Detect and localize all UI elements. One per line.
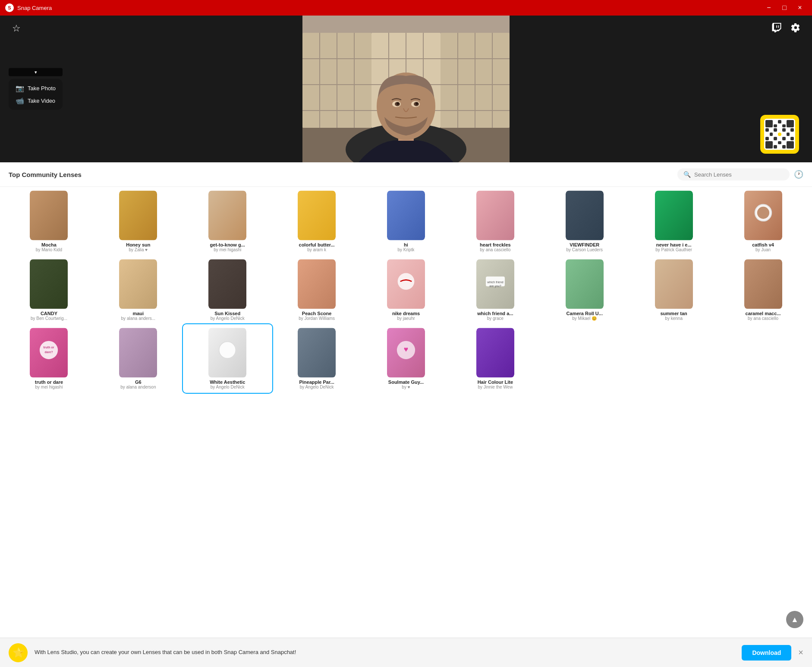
lens-author: by ana casciello xyxy=(748,316,778,321)
svg-rect-47 xyxy=(298,259,336,309)
lens-name: caramel macc... xyxy=(746,311,781,316)
lens-item[interactable]: get-to-know g... by mei higashi xyxy=(183,187,272,256)
lens-item[interactable]: Honey sun by Zalia ♥ xyxy=(94,187,183,256)
lens-author: by Ben Courtwrig... xyxy=(31,316,67,321)
lens-name: G6 xyxy=(135,379,142,385)
lens-thumbnail xyxy=(208,259,246,309)
settings-button[interactable] xyxy=(788,21,803,36)
lenses-title: Top Community Lenses xyxy=(9,171,82,178)
search-input[interactable] xyxy=(694,171,784,178)
lenses-grid: Mocha by Mario Kidd Honey sun by Zalia ♥ xyxy=(0,187,812,393)
svg-rect-46 xyxy=(208,259,246,309)
lens-thumbnail: truth ordare? xyxy=(30,328,68,378)
twitch-button[interactable] xyxy=(769,21,784,36)
svg-rect-64 xyxy=(298,328,336,377)
lens-thumbnail xyxy=(387,190,425,240)
lens-item[interactable]: ♥ Soulmate Guy... by ♥ xyxy=(362,324,451,393)
top-right-icons xyxy=(769,21,803,36)
lens-thumbnail xyxy=(387,259,425,309)
lens-item[interactable]: hi by Kriptk xyxy=(362,187,451,256)
lens-item[interactable]: truth ordare? truth or dare by mei higas… xyxy=(4,324,94,393)
lens-author: by Jordan Williams xyxy=(299,316,335,321)
lens-thumbnail xyxy=(119,328,157,378)
lens-author: by Carson Lueders xyxy=(567,247,603,252)
banner-text: With Lens Studio, you can create your ow… xyxy=(35,648,735,656)
lens-author: by grace xyxy=(487,316,504,321)
svg-rect-39 xyxy=(566,191,604,240)
lens-author: by jaeuhr xyxy=(397,316,415,321)
svg-rect-56 xyxy=(744,259,782,309)
lens-item[interactable]: VIEWFINDER by Carson Lueders xyxy=(540,187,629,256)
close-banner-button[interactable]: × xyxy=(798,648,803,658)
lens-item[interactable]: Pineapple Par... by Angelo DeNick xyxy=(272,324,362,393)
lens-thumbnail xyxy=(298,190,336,240)
lens-name: Camera Roll U... xyxy=(567,311,603,316)
lens-name: get-to-know g... xyxy=(210,242,245,247)
lens-item[interactable]: CANDY by Ben Courtwrig... xyxy=(4,256,94,324)
lens-item[interactable]: Sun Kissed by Angelo DeNick xyxy=(183,256,272,324)
lens-item[interactable]: Hair Colour Lite by Jinnie the Wew xyxy=(450,324,540,393)
lenses-header: Top Community Lenses 🔍 🕐 xyxy=(0,162,812,187)
lens-item[interactable]: White Aesthetic by Angelo DeNick xyxy=(183,324,272,393)
app-logo: S xyxy=(5,3,14,12)
svg-rect-68 xyxy=(476,328,514,377)
svg-rect-45 xyxy=(119,259,157,309)
titlebar-left: S Snap Camera xyxy=(5,3,52,12)
svg-rect-37 xyxy=(387,191,425,240)
lens-name: Peach Scone xyxy=(302,311,331,316)
lens-item[interactable]: which friendare you? which friend a... b… xyxy=(450,256,540,324)
lens-item[interactable]: caramel macc... by ana casciello xyxy=(718,256,808,324)
controls-dropdown[interactable]: ▾ xyxy=(9,68,63,76)
lens-item[interactable]: colorful butter... by aram k xyxy=(272,187,362,256)
lens-item[interactable]: G6 by alana anderson xyxy=(94,324,183,393)
close-button[interactable]: × xyxy=(793,1,807,15)
svg-rect-61 xyxy=(119,328,157,377)
lens-name: hi xyxy=(404,242,408,247)
lens-author: by Mario Kidd xyxy=(36,247,62,252)
download-button[interactable]: Download xyxy=(742,645,791,661)
lens-thumbnail xyxy=(744,259,782,309)
svg-rect-54 xyxy=(566,259,604,309)
lens-item[interactable]: Mocha by Mario Kidd xyxy=(4,187,94,256)
history-button[interactable]: 🕐 xyxy=(794,170,803,179)
svg-point-32 xyxy=(415,102,418,105)
lens-thumbnail xyxy=(566,190,604,240)
camera-icon: 📷 xyxy=(16,84,24,92)
lens-name: Pineapple Par... xyxy=(299,379,334,385)
lens-thumbnail: ♥ xyxy=(387,328,425,378)
lens-name: Soulmate Guy... xyxy=(388,379,424,385)
lens-name: colorful butter... xyxy=(299,242,335,247)
lens-item[interactable]: nike dreams by jaeuhr xyxy=(362,256,451,324)
svg-point-63 xyxy=(219,341,236,358)
camera-area: ☆ xyxy=(0,16,812,162)
lens-item[interactable]: heart freckles by ana casciello xyxy=(450,187,540,256)
minimize-button[interactable]: − xyxy=(762,1,776,15)
svg-text:which friend: which friend xyxy=(487,281,504,284)
lens-item[interactable]: summer tan by kenna xyxy=(629,256,718,324)
lens-name: White Aesthetic xyxy=(210,379,245,385)
svg-rect-36 xyxy=(298,191,336,240)
camera-feed xyxy=(302,16,510,162)
take-video-button[interactable]: 📹 Take Video xyxy=(16,97,56,105)
lens-thumbnail xyxy=(476,190,514,240)
svg-point-43 xyxy=(757,207,769,219)
favorite-button[interactable]: ☆ xyxy=(9,21,24,36)
search-box: 🔍 xyxy=(677,168,790,180)
lens-item[interactable]: Camera Roll U... by Mikael 😊 xyxy=(540,256,629,324)
lens-item[interactable]: Peach Scone by Jordan Williams xyxy=(272,256,362,324)
lens-name: truth or dare xyxy=(35,379,63,385)
maximize-button[interactable]: □ xyxy=(777,1,791,15)
lens-name: Sun Kissed xyxy=(214,311,240,316)
svg-point-31 xyxy=(397,102,399,105)
take-photo-button[interactable]: 📷 Take Photo xyxy=(16,84,56,92)
lens-author: by Angelo DeNick xyxy=(211,385,245,389)
lens-author: by mei higashi xyxy=(214,247,241,252)
lens-item[interactable]: maui by alana anders... xyxy=(94,256,183,324)
lens-name: never have i e... xyxy=(656,242,692,247)
lens-thumbnail xyxy=(119,259,157,309)
lens-item[interactable]: catfish v4 by Juan xyxy=(718,187,808,256)
lens-item[interactable]: never have i e... by Patrick Gauthier xyxy=(629,187,718,256)
scroll-top-button[interactable]: ▲ xyxy=(786,611,803,628)
lens-thumbnail xyxy=(298,328,336,378)
lens-studio-icon: ⭐ xyxy=(9,643,28,662)
